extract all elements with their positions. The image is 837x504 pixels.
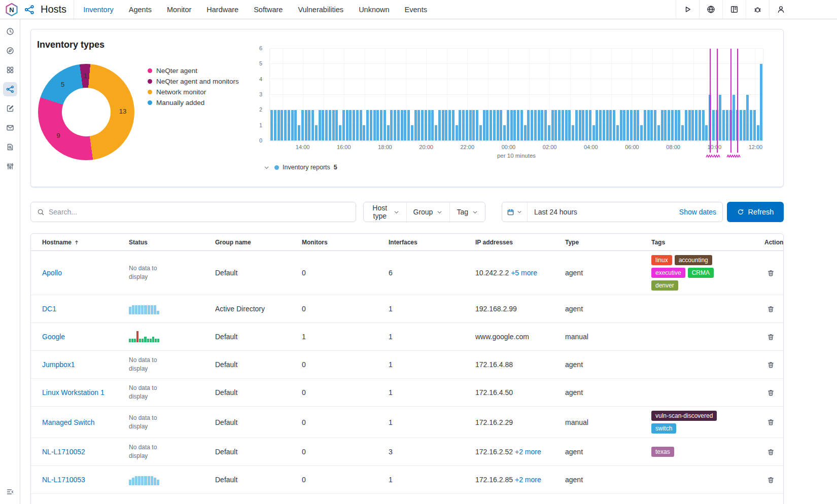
hist-bar[interactable] bbox=[620, 110, 622, 140]
hist-bar[interactable] bbox=[626, 110, 629, 140]
hist-bar[interactable] bbox=[448, 110, 451, 140]
tag-badge[interactable]: texas bbox=[651, 447, 674, 457]
sidebar-item-sliders[interactable] bbox=[3, 159, 17, 173]
hist-bar[interactable] bbox=[335, 110, 338, 140]
globe-icon[interactable] bbox=[699, 0, 722, 19]
series-legend-label[interactable]: Inventory reports bbox=[283, 164, 330, 171]
hist-bar[interactable] bbox=[476, 110, 478, 140]
column-header-type[interactable]: Type bbox=[565, 239, 651, 246]
hist-bar[interactable] bbox=[691, 110, 694, 140]
hist-bar[interactable] bbox=[274, 110, 276, 140]
hist-bar[interactable] bbox=[548, 125, 550, 140]
hist-bar[interactable] bbox=[298, 125, 300, 140]
hist-bar[interactable] bbox=[616, 125, 619, 140]
calendar-dropdown-button[interactable] bbox=[502, 202, 528, 222]
hist-bar[interactable] bbox=[671, 110, 674, 140]
tab-monitor[interactable]: Monitor bbox=[167, 0, 191, 19]
hist-bar[interactable] bbox=[281, 110, 283, 140]
hist-bar[interactable] bbox=[589, 110, 591, 140]
hist-bar[interactable] bbox=[699, 110, 701, 140]
hist-bar[interactable] bbox=[743, 110, 746, 140]
hist-bar[interactable] bbox=[342, 110, 345, 140]
hist-bar[interactable] bbox=[678, 110, 680, 140]
hist-bar[interactable] bbox=[562, 110, 564, 140]
event-annotation-line[interactable] bbox=[730, 49, 731, 153]
column-header-status[interactable]: Status bbox=[129, 239, 215, 246]
hist-bar[interactable] bbox=[373, 110, 376, 140]
hist-bar[interactable] bbox=[650, 110, 653, 140]
hostname-link[interactable]: DC1 bbox=[42, 305, 56, 313]
hist-bar[interactable] bbox=[311, 110, 314, 140]
hist-bar[interactable] bbox=[288, 110, 290, 140]
hostname-link[interactable]: NL-L1710052 bbox=[42, 448, 85, 456]
hist-bar[interactable] bbox=[459, 110, 461, 140]
hist-bar[interactable] bbox=[630, 110, 633, 140]
hist-bar[interactable] bbox=[538, 110, 540, 140]
hist-bar[interactable] bbox=[757, 125, 759, 140]
hist-bar[interactable] bbox=[712, 110, 715, 140]
hist-bar[interactable] bbox=[428, 110, 431, 140]
hist-bar[interactable] bbox=[644, 110, 646, 140]
legend-collapse-button[interactable] bbox=[262, 163, 271, 172]
filter-host-type-dropdown[interactable]: Host type bbox=[364, 202, 407, 222]
sidebar-item-history[interactable] bbox=[3, 24, 17, 39]
histogram-plot[interactable] bbox=[269, 49, 763, 141]
tag-badge[interactable]: accounting bbox=[675, 255, 712, 265]
hist-bar[interactable] bbox=[387, 125, 390, 140]
hist-bar[interactable] bbox=[442, 110, 444, 140]
hist-bar[interactable] bbox=[353, 110, 355, 140]
hist-bar[interactable] bbox=[640, 125, 643, 140]
hist-bar[interactable] bbox=[675, 110, 677, 140]
hist-bar[interactable] bbox=[513, 110, 516, 140]
hist-bar[interactable] bbox=[647, 110, 650, 140]
hist-bar[interactable] bbox=[270, 110, 273, 140]
hostname-link[interactable]: Managed Switch bbox=[42, 418, 95, 426]
delete-host-button[interactable] bbox=[764, 416, 777, 428]
status-sparkline[interactable] bbox=[129, 474, 159, 485]
column-header-actions[interactable]: Actions bbox=[764, 239, 784, 246]
tab-events[interactable]: Events bbox=[405, 0, 427, 19]
hist-bar[interactable] bbox=[726, 110, 728, 140]
hist-bar[interactable] bbox=[332, 110, 335, 140]
hist-bar[interactable] bbox=[346, 110, 348, 140]
hist-bar[interactable] bbox=[363, 125, 365, 140]
hist-bar[interactable] bbox=[657, 125, 660, 140]
delete-host-button[interactable] bbox=[764, 331, 777, 343]
hist-bar[interactable] bbox=[740, 110, 742, 140]
hostname-link[interactable]: Jumpbox1 bbox=[42, 361, 75, 369]
delete-host-button[interactable] bbox=[764, 446, 777, 458]
hist-bar[interactable] bbox=[500, 110, 502, 140]
hist-bar[interactable] bbox=[688, 110, 691, 140]
hostname-link[interactable]: Linux Workstation 1 bbox=[42, 388, 104, 397]
tag-badge[interactable]: denver bbox=[651, 280, 678, 291]
hist-bar[interactable] bbox=[524, 125, 527, 140]
inventory-donut-chart[interactable] bbox=[38, 64, 134, 160]
hist-bar[interactable] bbox=[472, 110, 475, 140]
hist-bar[interactable] bbox=[407, 110, 410, 140]
hist-bar[interactable] bbox=[695, 110, 698, 140]
hist-bar[interactable] bbox=[592, 125, 595, 140]
sidebar-item-network[interactable] bbox=[3, 82, 17, 96]
delete-host-button[interactable] bbox=[764, 358, 777, 371]
hist-bar[interactable] bbox=[613, 110, 615, 140]
hist-bar[interactable] bbox=[456, 125, 458, 140]
hist-bar[interactable] bbox=[383, 110, 386, 140]
hist-bar[interactable] bbox=[366, 110, 369, 140]
hist-bar[interactable] bbox=[507, 110, 509, 140]
hist-bar[interactable] bbox=[349, 110, 352, 140]
hist-bar[interactable] bbox=[575, 110, 578, 140]
hist-bar[interactable] bbox=[596, 110, 598, 140]
sidebar-item-search-doc[interactable] bbox=[3, 140, 17, 154]
hist-bar[interactable] bbox=[579, 110, 581, 140]
status-sparkline[interactable] bbox=[129, 331, 159, 342]
hist-bar[interactable] bbox=[411, 125, 413, 140]
hist-bar[interactable] bbox=[681, 125, 684, 140]
event-annotation-marker[interactable] bbox=[713, 154, 721, 158]
hist-bar[interactable] bbox=[497, 110, 499, 140]
hist-bar[interactable] bbox=[517, 110, 519, 140]
status-sparkline[interactable] bbox=[129, 303, 159, 314]
hist-bar[interactable] bbox=[603, 110, 605, 140]
hist-bar[interactable] bbox=[527, 110, 530, 140]
hist-bar[interactable] bbox=[469, 110, 472, 140]
hist-bar[interactable] bbox=[414, 110, 417, 140]
